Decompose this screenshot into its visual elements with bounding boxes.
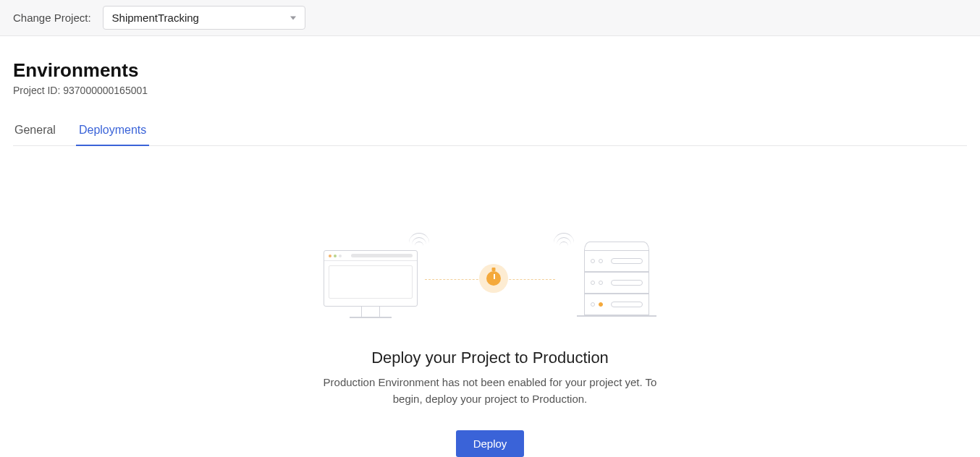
deploy-illustration (324, 233, 656, 327)
empty-state: Deploy your Project to Production Produc… (13, 146, 967, 457)
wifi-icon (409, 233, 429, 247)
topbar: Change Project: ShipmentTracking (0, 0, 980, 36)
chevron-down-icon (290, 16, 296, 20)
empty-state-description: Production Environment has not been enab… (316, 375, 664, 407)
content: Environments Project ID: 937000000165001… (0, 36, 980, 457)
wifi-icon (554, 233, 574, 247)
project-select[interactable]: ShipmentTracking (103, 6, 305, 30)
monitor-icon (324, 250, 418, 307)
tab-deployments[interactable]: Deployments (77, 116, 148, 145)
project-id: Project ID: 937000000165001 (13, 85, 967, 96)
stopwatch-icon (479, 264, 508, 293)
page-title: Environments (13, 59, 967, 82)
server-icon (584, 242, 649, 317)
tabs: General Deployments (13, 116, 967, 146)
project-select-value: ShipmentTracking (112, 12, 199, 24)
tab-general[interactable]: General (13, 116, 57, 145)
deploy-button[interactable]: Deploy (456, 430, 525, 457)
change-project-label: Change Project: (13, 12, 91, 24)
empty-state-title: Deploy your Project to Production (371, 349, 609, 367)
